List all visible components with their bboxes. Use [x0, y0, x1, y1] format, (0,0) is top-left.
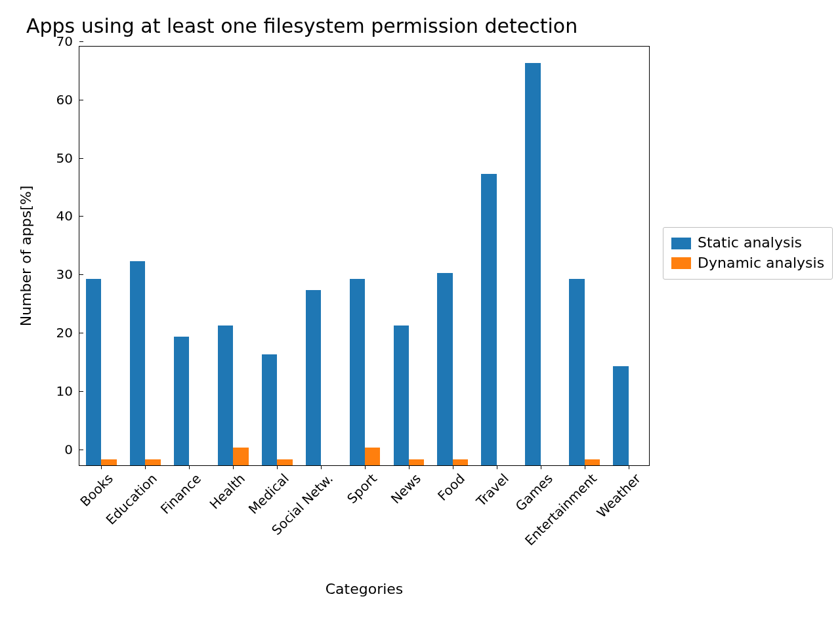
x-tick-mark	[585, 465, 585, 469]
x-tick-mark	[277, 465, 278, 469]
y-axis-label: Number of apps[%]	[18, 186, 34, 327]
y-tick-label: 30	[56, 266, 79, 282]
x-tick-mark	[497, 465, 497, 469]
legend-label: Dynamic analysis	[698, 253, 824, 274]
bar-dynamic	[453, 459, 468, 465]
y-tick-label: 50	[56, 150, 79, 166]
y-tick-label: 20	[56, 325, 79, 341]
bar-static	[350, 279, 365, 465]
legend-label: Static analysis	[698, 233, 802, 253]
bar-static	[394, 326, 409, 465]
x-axis-label: Categories	[326, 581, 404, 597]
chart-container: Apps using at least one filesystem permi…	[0, 0, 840, 630]
legend-item-dynamic: Dynamic analysis	[671, 253, 824, 274]
x-tick-mark	[409, 465, 410, 469]
plot-area: Number of apps[%] 010203040506070BooksEd…	[79, 46, 650, 466]
swatch-icon	[671, 238, 691, 249]
bar-static	[613, 366, 628, 465]
y-tick-label: 40	[56, 208, 79, 224]
bar-dynamic	[233, 448, 248, 465]
bar-dynamic	[277, 459, 292, 465]
x-tick-mark	[321, 465, 322, 469]
bar-static	[218, 326, 233, 465]
y-tick-label: 70	[56, 33, 79, 49]
x-tick-mark	[629, 465, 629, 469]
x-tick-mark	[233, 465, 234, 469]
x-tick-mark	[145, 465, 146, 469]
bar-static	[437, 273, 452, 465]
x-tick-mark	[189, 465, 190, 469]
legend: Static analysis Dynamic analysis	[663, 227, 833, 280]
chart-title: Apps using at least one filesystem permi…	[26, 14, 578, 37]
bar-dynamic	[365, 448, 380, 465]
x-tick-mark	[541, 465, 541, 469]
bar-dynamic	[101, 459, 116, 465]
bar-static	[525, 63, 540, 465]
bar-static	[262, 354, 277, 465]
bar-static	[306, 290, 321, 465]
bar-static	[174, 337, 189, 465]
bar-dynamic	[145, 459, 160, 465]
y-tick-label: 0	[64, 442, 79, 457]
swatch-icon	[671, 257, 691, 269]
y-tick-label: 10	[56, 383, 79, 399]
bar-dynamic	[585, 459, 600, 465]
bars-layer	[79, 47, 649, 465]
x-tick-mark	[101, 465, 102, 469]
x-tick-mark	[453, 465, 453, 469]
bar-static	[86, 279, 101, 465]
y-tick-label: 60	[56, 92, 79, 108]
bar-dynamic	[409, 459, 424, 465]
bar-static	[481, 174, 496, 465]
bar-static	[569, 279, 584, 465]
bar-static	[130, 261, 145, 465]
x-tick-mark	[365, 465, 366, 469]
legend-item-static: Static analysis	[671, 233, 824, 253]
